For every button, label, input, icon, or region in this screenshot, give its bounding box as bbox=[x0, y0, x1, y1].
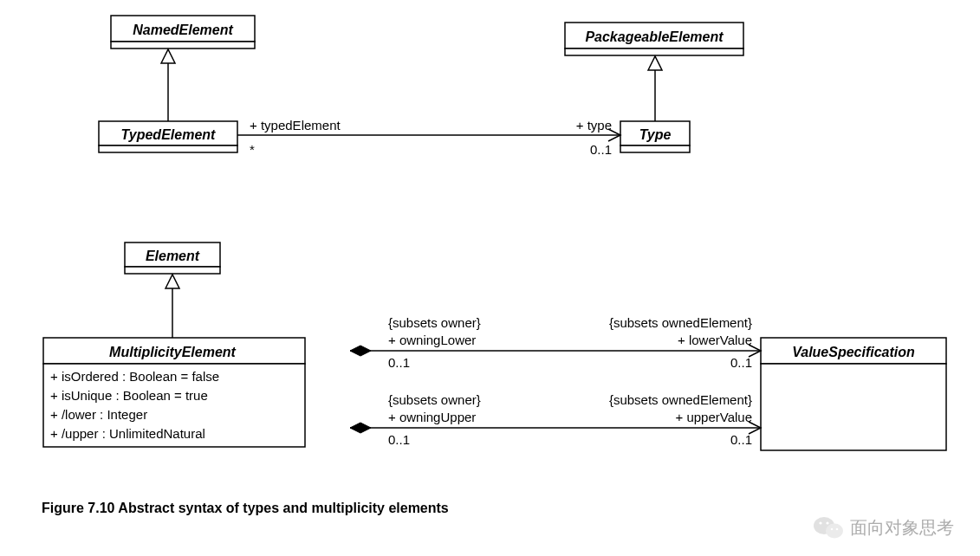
class-title: Element bbox=[146, 249, 200, 263]
svg-rect-5 bbox=[99, 145, 237, 152]
assoc-role-uppervalue: + upperValue bbox=[675, 410, 752, 424]
assoc-mult-uppervalue: 0..1 bbox=[730, 432, 752, 447]
class-attr: + /upper : UnlimitedNatural bbox=[50, 426, 205, 441]
watermark: 面向对象思考 bbox=[814, 514, 954, 540]
assoc-constraint-owninglower: {subsets owner} bbox=[388, 315, 481, 330]
svg-rect-1 bbox=[111, 42, 255, 48]
svg-rect-7 bbox=[620, 145, 690, 152]
assoc-mult-owningupper: 0..1 bbox=[388, 432, 410, 447]
assoc-role-typedelement: + typedElement bbox=[250, 118, 341, 133]
figure-caption: Figure 7.10 Abstract syntax of types and… bbox=[42, 501, 449, 515]
assoc-role-owninglower: + owningLower bbox=[388, 333, 476, 347]
assoc-role-type: + type bbox=[576, 118, 612, 133]
class-attr: + isOrdered : Boolean = false bbox=[50, 369, 219, 384]
svg-rect-9 bbox=[125, 267, 220, 274]
class-attr: + isUnique : Boolean = true bbox=[50, 388, 208, 403]
class-named-element: NamedElement bbox=[111, 16, 255, 48]
assoc-mult-owninglower: 0..1 bbox=[388, 355, 410, 370]
svg-point-17 bbox=[826, 521, 828, 524]
assoc-constraint-lowervalue: {subsets ownedElement} bbox=[609, 315, 752, 330]
class-title: ValueSpecification bbox=[792, 345, 915, 359]
assoc-constraint-uppervalue: {subsets ownedElement} bbox=[609, 392, 752, 407]
wechat-icon bbox=[814, 514, 843, 540]
class-title: MultiplicityElement bbox=[109, 345, 236, 359]
svg-point-19 bbox=[836, 528, 839, 531]
class-typed-element: TypedElement bbox=[99, 121, 237, 152]
svg-point-18 bbox=[831, 528, 834, 531]
assoc-role-owningupper: + owningUpper bbox=[388, 410, 476, 424]
assoc-mult-type: 0..1 bbox=[590, 142, 612, 157]
svg-point-15 bbox=[826, 524, 843, 539]
svg-rect-13 bbox=[761, 364, 946, 450]
class-title: NamedElement bbox=[133, 23, 233, 37]
class-multiplicity-element: MultiplicityElement + isOrdered : Boolea… bbox=[43, 338, 305, 447]
assoc-mult-typedelement: * bbox=[250, 142, 255, 157]
class-title: PackageableElement bbox=[585, 29, 724, 44]
class-attr: + /lower : Integer bbox=[50, 407, 147, 422]
class-value-specification: ValueSpecification bbox=[761, 338, 946, 450]
class-title: TypedElement bbox=[121, 127, 216, 142]
class-type: Type bbox=[620, 121, 690, 152]
uml-diagram: NamedElement PackageableElement TypedEle… bbox=[0, 0, 980, 556]
class-element: Element bbox=[125, 242, 220, 274]
assoc-role-lowervalue: + lowerValue bbox=[678, 333, 752, 347]
class-packageable-element: PackageableElement bbox=[565, 23, 743, 55]
assoc-constraint-owningupper: {subsets owner} bbox=[388, 392, 481, 407]
assoc-mult-lowervalue: 0..1 bbox=[730, 355, 752, 370]
svg-point-16 bbox=[819, 521, 821, 524]
svg-rect-3 bbox=[565, 48, 743, 55]
class-title: Type bbox=[639, 127, 672, 142]
watermark-text: 面向对象思考 bbox=[850, 516, 954, 540]
